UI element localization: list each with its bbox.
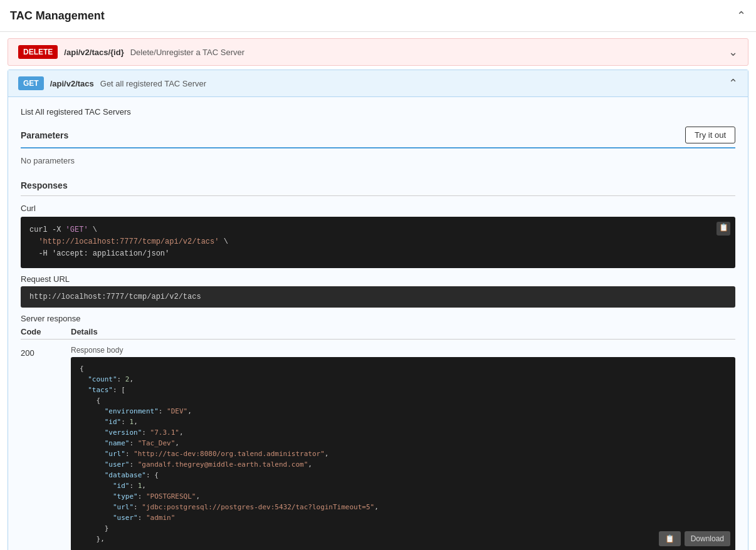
response-details-200: Response body { "count": 2, "tacs": [ { … [71,346,735,550]
response-body-inner[interactable]: { "count": 2, "tacs": [ { "environment":… [80,363,727,545]
get-section: GET /api/v2/tacs Get all registered TAC … [8,70,748,550]
copy-icon: 📋 [665,534,675,543]
collapse-icon[interactable]: ⌃ [737,9,746,23]
page-header: TAC Management ⌃ [0,0,756,32]
try-it-out-button[interactable]: Try it out [685,127,735,143]
api-description: List All registered TAC Servers [21,107,735,117]
page-container: TAC Management ⌃ DELETE /api/v2/tacs/{id… [0,0,756,550]
no-parameters-text: No parameters [21,156,735,165]
copy-response-button[interactable]: 📋 [659,531,681,546]
response-table-header: Code Details [21,327,735,340]
delete-endpoint-desc: Delete/Unregister a TAC Server [130,48,728,57]
response-code-200: 200 [21,346,71,358]
page-title: TAC Management [10,9,105,23]
curl-line3: -H 'accept: application/json' [29,248,727,260]
parameters-header: Parameters Try it out [21,127,735,148]
code-col-header: Code [21,327,71,336]
responses-section: Responses Curl curl -X 'GET' \ 'http://l… [21,180,735,550]
get-endpoint-path: /api/v2/tacs [50,79,94,88]
get-endpoint-row[interactable]: GET /api/v2/tacs Get all registered TAC … [8,70,748,97]
delete-method-badge: DELETE [18,45,58,59]
get-endpoint-desc: Get all registered TAC Server [100,79,728,88]
details-col-header: Details [71,327,735,336]
responses-title: Responses [21,180,735,196]
delete-endpoint-path: /api/v2/tacs/{id} [64,48,123,57]
response-json: { "count": 2, "tacs": [ { "environment":… [80,363,723,545]
response-row-200: 200 Response body { "count": 2, "tacs": … [21,342,735,550]
request-url-value: http://localhost:7777/tcmp/api/v2/tacs [29,293,201,301]
response-body-label: Response body [71,346,735,355]
delete-expand-icon[interactable]: ⌄ [728,45,738,59]
get-collapse-icon[interactable]: ⌃ [728,76,738,90]
download-button[interactable]: Download [685,531,730,546]
response-body-actions: 📋 Download [659,531,730,546]
curl-copy-icon[interactable]: 📋 [717,222,730,236]
parameters-title: Parameters [21,130,68,140]
curl-line1: curl -X 'GET' \ [29,224,727,236]
get-method-badge: GET [18,76,44,90]
get-endpoint-body: List All registered TAC Servers Paramete… [8,97,748,550]
server-response-label: Server response [21,314,735,323]
response-body-block: { "count": 2, "tacs": [ { "environment":… [71,357,735,550]
request-url-label: Request URL [21,274,735,284]
curl-block: curl -X 'GET' \ 'http://localhost:7777/t… [21,217,735,268]
curl-label: Curl [21,204,735,213]
curl-line2: 'http://localhost:7777/tcmp/api/v2/tacs'… [29,236,727,248]
delete-endpoint-row[interactable]: DELETE /api/v2/tacs/{id} Delete/Unregist… [8,38,748,66]
request-url-block: http://localhost:7777/tcmp/api/v2/tacs [21,286,735,308]
